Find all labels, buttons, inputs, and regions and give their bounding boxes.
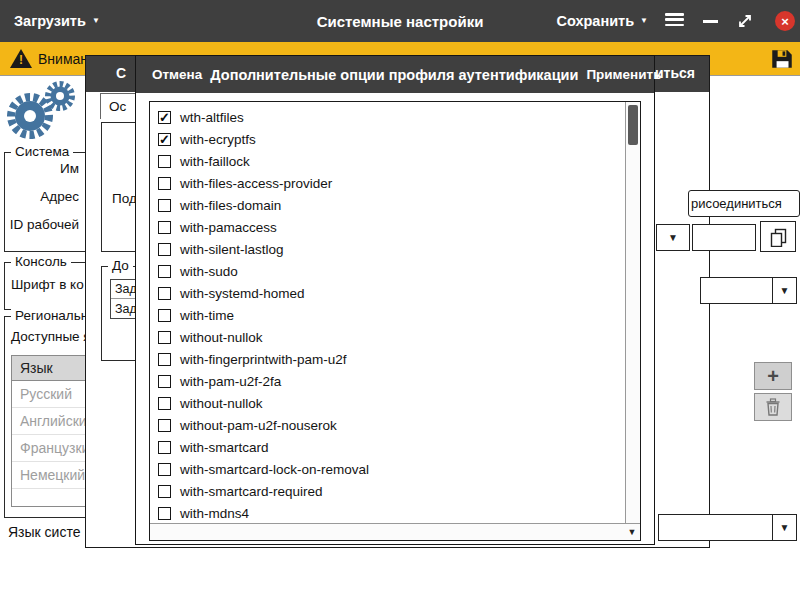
hamburger-bar	[665, 13, 684, 16]
apply-button[interactable]: Применить	[578, 63, 669, 86]
option-label: with-smartcard-required	[180, 484, 323, 499]
auth-option-row[interactable]: without-nullok	[150, 326, 625, 348]
gears-logo-icon	[4, 78, 82, 144]
load-menu-button[interactable]: Загрузить ▼	[14, 0, 100, 42]
auth-option-row[interactable]: with-time	[150, 304, 625, 326]
option-label: with-silent-lastlog	[180, 242, 284, 257]
regional-section-legend: Региональн	[11, 308, 92, 323]
option-checkbox[interactable]	[158, 265, 171, 278]
option-checkbox[interactable]	[158, 155, 171, 168]
save-file-button[interactable]	[769, 46, 795, 72]
copy-icon	[768, 227, 788, 247]
cancel-button[interactable]: Отмена	[144, 63, 210, 86]
option-checkbox[interactable]	[158, 419, 171, 432]
option-label: with-files-access-provider	[180, 176, 332, 191]
auth-option-row[interactable]: with-faillock	[150, 150, 625, 172]
option-label: with-smartcard-lock-on-removal	[180, 462, 369, 477]
auth-options-listbox: ✓wth-altfiles✓with-ecryptfswith-faillock…	[149, 101, 641, 541]
option-label: with-smartcard	[180, 440, 269, 455]
expand-button[interactable]	[736, 12, 754, 30]
hamburger-bar	[665, 24, 684, 27]
auth-option-row[interactable]: with-silent-lastlog	[150, 238, 625, 260]
auth-option-row[interactable]: with-smartcard-required	[150, 480, 625, 502]
chevron-down-icon: ▼	[772, 515, 796, 540]
save-menu-button[interactable]: Сохранить ▼	[556, 0, 648, 42]
scroll-down-arrow[interactable]: ▼	[625, 524, 639, 539]
save-menu-label: Сохранить	[556, 13, 634, 29]
hamburger-bar	[665, 18, 684, 21]
option-checkbox[interactable]: ✓	[158, 111, 171, 124]
option-checkbox[interactable]	[158, 331, 171, 344]
auth-option-row[interactable]: with-files-domain	[150, 194, 625, 216]
option-checkbox[interactable]	[158, 375, 171, 388]
option-checkbox[interactable]	[158, 485, 171, 498]
auth-option-row[interactable]: with-sudo	[150, 260, 625, 282]
floppy-icon	[769, 46, 795, 72]
chevron-down-icon: ▼	[668, 232, 678, 243]
auth-option-row[interactable]: without-pam-u2f-nouserok	[150, 414, 625, 436]
additional-fieldset-legend: До	[108, 258, 133, 273]
plus-icon: +	[767, 365, 779, 388]
expand-icon	[736, 12, 754, 30]
option-checkbox[interactable]	[158, 221, 171, 234]
load-menu-label: Загрузить	[14, 13, 86, 29]
duplicate-button[interactable]	[760, 221, 796, 252]
auth-option-row[interactable]: with-pamaccess	[150, 216, 625, 238]
auth-option-row[interactable]: without-nullok	[150, 392, 625, 414]
delete-button[interactable]	[754, 393, 792, 421]
join-button-label: рисоединиться	[691, 196, 782, 211]
system-section-legend: Система	[11, 144, 73, 159]
close-button[interactable]: ×	[775, 11, 795, 31]
system-language-label: Язык систе	[8, 524, 80, 540]
horizontal-scrollbar: ▼	[150, 523, 640, 540]
dropdown-arrow-button[interactable]: ▼	[656, 224, 690, 251]
option-checkbox[interactable]	[158, 353, 171, 366]
auth-options-list: ✓wth-altfiles✓with-ecryptfswith-faillock…	[150, 102, 625, 523]
close-icon: ×	[781, 14, 789, 29]
option-checkbox[interactable]	[158, 463, 171, 476]
chevron-down-icon: ▼	[772, 278, 796, 303]
console-section-legend: Консоль	[11, 254, 71, 269]
address-field-label: Адрес	[5, 189, 79, 204]
option-checkbox[interactable]	[158, 287, 171, 300]
option-label: with-fingerprintwith-pam-u2f	[180, 352, 347, 367]
option-label: with-faillock	[180, 154, 250, 169]
auth-option-row[interactable]: with-mdns4	[150, 502, 625, 523]
auth-option-row[interactable]: ✓with-ecryptfs	[150, 128, 625, 150]
option-checkbox[interactable]	[158, 397, 171, 410]
text-field[interactable]	[692, 224, 756, 251]
modal-title: Дополнительные опции профиля аутентифика…	[210, 67, 578, 83]
option-checkbox[interactable]	[158, 243, 171, 256]
option-checkbox[interactable]	[158, 507, 171, 520]
auth-option-row[interactable]: with-files-access-provider	[150, 172, 625, 194]
option-label: with-files-domain	[180, 198, 281, 213]
scrollbar-thumb[interactable]	[628, 105, 638, 145]
hamburger-menu-button[interactable]	[665, 13, 684, 29]
dropdown-select[interactable]: ▼	[700, 277, 797, 304]
option-label: with-mdns4	[180, 506, 249, 521]
auth-option-row[interactable]: ✓wth-altfiles	[150, 106, 625, 128]
minimize-button[interactable]	[703, 20, 718, 23]
auth-option-row[interactable]: with-pam-u2f-2fa	[150, 370, 625, 392]
option-checkbox[interactable]	[158, 199, 171, 212]
titlebar: Системные настройки Загрузить ▼ Сохранит…	[0, 0, 800, 42]
option-checkbox[interactable]	[158, 309, 171, 322]
trash-icon	[764, 397, 782, 417]
dropdown-select[interactable]: ▼	[658, 514, 797, 541]
available-languages-label: Доступные я	[11, 329, 91, 344]
option-checkbox[interactable]: ✓	[158, 133, 171, 146]
auth-option-row[interactable]: with-systemd-homed	[150, 282, 625, 304]
option-checkbox[interactable]	[158, 441, 171, 454]
add-button[interactable]: +	[754, 362, 792, 390]
option-label: without-nullok	[180, 330, 263, 345]
option-label: with-systemd-homed	[180, 286, 305, 301]
vertical-scrollbar	[625, 102, 640, 523]
join-button[interactable]: рисоединиться	[688, 190, 800, 217]
option-checkbox[interactable]	[158, 177, 171, 190]
auth-option-row[interactable]: with-smartcard	[150, 436, 625, 458]
screen: Системные настройки Загрузить ▼ Сохранит…	[0, 0, 800, 600]
auth-option-row[interactable]: with-smartcard-lock-on-removal	[150, 458, 625, 480]
option-label: with-ecryptfs	[180, 132, 256, 147]
option-label: wth-altfiles	[180, 110, 244, 125]
auth-option-row[interactable]: with-fingerprintwith-pam-u2f	[150, 348, 625, 370]
